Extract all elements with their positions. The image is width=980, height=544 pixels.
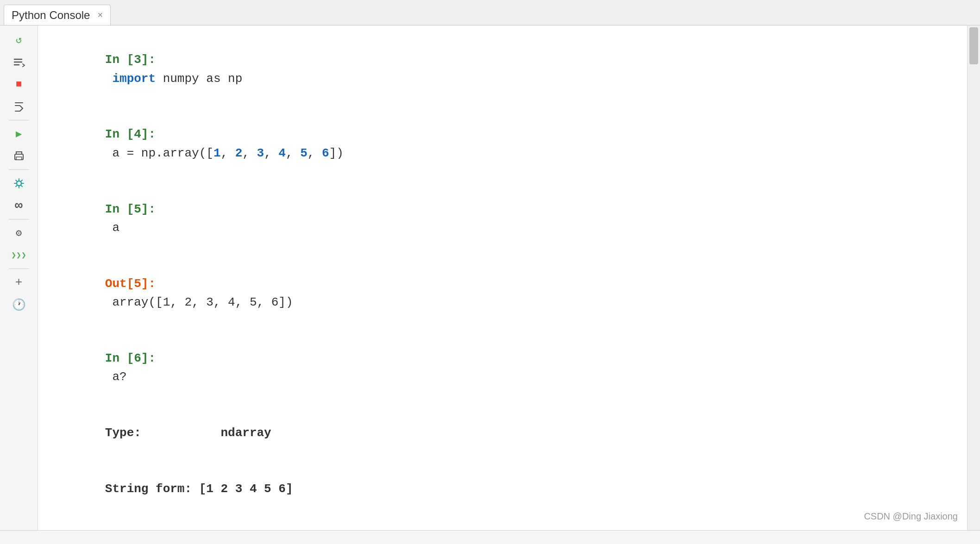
output-line-5: Out[5]: array([1, 2, 3, 4, 5, 6]) [47, 256, 958, 331]
bottom-bar [0, 530, 980, 544]
add-button[interactable]: + [7, 273, 31, 292]
debugger-button[interactable]: ❯❯❯ [7, 245, 31, 265]
console-output[interactable]: In [3]: import numpy as np In [4]: a = n… [38, 25, 967, 530]
debug-button[interactable] [7, 174, 31, 193]
scrollbar[interactable] [967, 25, 980, 530]
info-string-form: String form: [1 2 3 4 5 6] [47, 461, 958, 517]
info-type: Type: ndarray [47, 405, 958, 461]
input-line-5: In [5]: a [47, 181, 958, 256]
settings-button[interactable]: ⚙ [7, 223, 31, 243]
input-line-4: In [4]: a = np.array([1, 2, 3, 4, 5, 6]) [47, 106, 958, 181]
history-button[interactable]: 🕐 [7, 295, 31, 314]
input-line-3: In [3]: import numpy as np [47, 32, 958, 106]
separator-1 [9, 120, 29, 120]
restart-button[interactable]: ↺ [7, 30, 31, 50]
main-window: Python Console × ↺ ■ ▶ [0, 0, 980, 544]
watermark: CSDN @Ding Jiaxiong [864, 509, 958, 524]
toolbar: ↺ ■ ▶ [0, 25, 38, 530]
loop-button[interactable]: ∞ [7, 196, 31, 215]
python-console-tab[interactable]: Python Console × [4, 5, 111, 25]
separator-4 [9, 269, 29, 269]
tab-bar: Python Console × [0, 0, 980, 25]
separator-3 [9, 219, 29, 219]
input-line-6: In [6]: a? [47, 331, 958, 405]
info-length: Length: 6 [47, 517, 958, 530]
print-button[interactable] [7, 146, 31, 166]
console-area: ↺ ■ ▶ [0, 25, 980, 530]
run-button[interactable]: ▶ [7, 124, 31, 144]
stop-button[interactable]: ■ [7, 75, 31, 94]
svg-rect-1 [16, 157, 22, 160]
scrollbar-thumb[interactable] [969, 27, 978, 64]
rerun-button[interactable] [7, 52, 31, 72]
tab-close-button[interactable]: × [97, 10, 103, 20]
separator-2 [9, 169, 29, 170]
tab-title: Python Console [12, 9, 90, 22]
scroll-end-button[interactable] [7, 97, 31, 116]
